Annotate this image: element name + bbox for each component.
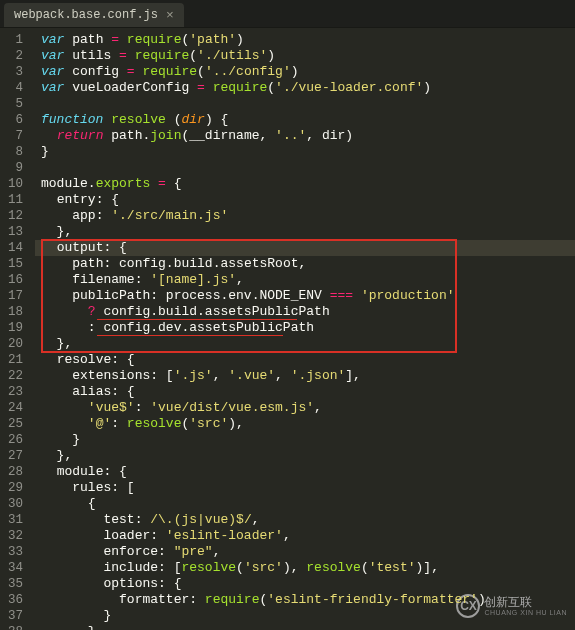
tab-filename: webpack.base.conf.js xyxy=(14,8,158,22)
editor: 1234567891011121314151617181920212223242… xyxy=(0,28,575,630)
tab-bar: webpack.base.conf.js × xyxy=(0,0,575,28)
file-tab[interactable]: webpack.base.conf.js × xyxy=(4,3,184,27)
code-content: var path = require('path') var utils = r… xyxy=(41,32,575,630)
underline-2 xyxy=(97,335,283,336)
close-icon[interactable]: × xyxy=(166,9,174,22)
line-number-gutter: 1234567891011121314151617181920212223242… xyxy=(0,28,35,630)
code-area[interactable]: var path = require('path') var utils = r… xyxy=(35,28,575,630)
underline-1 xyxy=(97,319,297,320)
